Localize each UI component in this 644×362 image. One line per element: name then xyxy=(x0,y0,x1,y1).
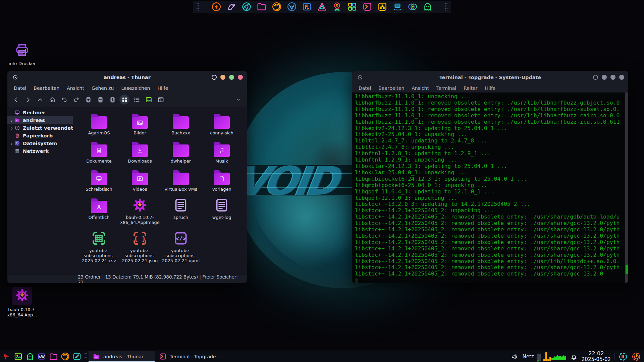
dock-drag-handle[interactable] xyxy=(445,3,448,11)
terminal-menu-reiter[interactable]: Reiter xyxy=(460,85,481,91)
sidebar-item-zuletzt-verwendet[interactable]: Zuletzt verwendet xyxy=(7,124,73,132)
expander-chevron-icon[interactable] xyxy=(9,141,14,145)
task-button-thunar-task[interactable]: andreas - Thunar xyxy=(89,351,155,362)
thunar-menu-ansicht[interactable]: Ansicht xyxy=(63,85,88,91)
terminal-scrollbar[interactable] xyxy=(625,93,628,283)
back-button[interactable] xyxy=(11,95,21,105)
file-item-schreibtisch[interactable]: Schreibtisch xyxy=(79,168,119,192)
file-item-agarimos[interactable]: AgarimOS xyxy=(79,112,119,136)
view-grid-button[interactable] xyxy=(119,95,129,105)
file-item-conny-sich[interactable]: conny-sich xyxy=(202,112,242,136)
maps-pin-icon[interactable] xyxy=(332,1,342,12)
file-item-bauh-0-10-7-x86-64-appimage[interactable]: bauh-0.10.7-x86_64.AppImage xyxy=(120,196,160,225)
brave-icon[interactable] xyxy=(211,1,222,12)
file-item-vorlagen[interactable]: Vorlagen xyxy=(202,168,242,192)
terminal-scrollbar-thumb[interactable] xyxy=(626,265,628,274)
network-label[interactable]: Netz xyxy=(523,354,534,360)
ghost-icon-button[interactable] xyxy=(25,352,35,362)
file-item-youtube-subscriptions-2025-02-21-opml[interactable]: </>youtube-subscriptions-2025-02-21.opml xyxy=(161,230,201,263)
undo-button[interactable] xyxy=(59,95,69,105)
zoom-original-button[interactable]: 1 xyxy=(107,95,117,105)
launcher-icon[interactable] xyxy=(1,352,11,362)
file-item-musik[interactable]: Musik xyxy=(202,140,242,164)
folder-pink-icon[interactable] xyxy=(256,1,267,12)
file-item-dokumente[interactable]: Dokumente xyxy=(79,140,119,164)
volume-icon[interactable] xyxy=(511,352,519,361)
file-item-youtube-subscriptions-2025-02-21-csv[interactable]: youtube-subscriptions-2025-02-21.csv xyxy=(79,230,119,263)
window-menu-icon[interactable] xyxy=(357,74,363,80)
task-button-terminal-task[interactable]: Terminal - Topgrade - ... xyxy=(155,351,229,362)
suspend-button[interactable] xyxy=(618,352,628,362)
desktop-icon-info-drucker[interactable]: info-Drucker xyxy=(4,42,40,66)
dock-drag-handle[interactable] xyxy=(196,3,199,11)
thunderbird-icon[interactable] xyxy=(286,1,297,12)
terminal-neon-icon[interactable] xyxy=(362,1,373,12)
home-button[interactable] xyxy=(47,95,57,105)
minimize-button[interactable] xyxy=(602,75,607,80)
terminal-menu-datei[interactable]: Datei xyxy=(355,85,375,91)
terminal-menu-hilfe[interactable]: Hilfe xyxy=(481,85,499,91)
window-menu-icon[interactable] xyxy=(12,74,18,80)
expander-chevron-icon[interactable] xyxy=(9,126,14,130)
sidebar-item-netzwerk[interactable]: Netzwerk xyxy=(7,147,73,155)
media-downloader-icon[interactable] xyxy=(407,1,418,12)
forward-button[interactable] xyxy=(23,95,33,105)
system-meters[interactable] xyxy=(537,352,566,362)
terminal-menu-terminal[interactable]: Terminal xyxy=(433,85,460,91)
up-button[interactable] xyxy=(35,95,45,105)
power-button[interactable] xyxy=(631,352,641,362)
file-item-spruch[interactable]: spruch xyxy=(161,196,201,225)
thunar-menu-hilfe[interactable]: Hilfe xyxy=(154,85,172,91)
file-item-videos[interactable]: Videos xyxy=(120,168,160,192)
maximize-button[interactable] xyxy=(229,75,234,80)
terminal-menu-ansicht[interactable]: Ansicht xyxy=(408,85,433,91)
shade-button[interactable] xyxy=(212,75,217,80)
file-item-youtube-subscriptions-2025-02-21-json[interactable]: { }youtube-subscriptions-2025-02-21.json xyxy=(120,230,160,263)
notifications-bell-icon[interactable] xyxy=(570,352,578,361)
workflow-icon[interactable] xyxy=(377,1,388,12)
maximize-button[interactable] xyxy=(610,75,615,80)
freetube-icon[interactable] xyxy=(302,1,312,12)
desktop-icon-bauh-appimage[interactable]: bauh-0.10.7-x86_64.App... xyxy=(4,287,40,317)
close-button[interactable] xyxy=(238,75,243,80)
close-button[interactable] xyxy=(619,75,624,80)
chromium-icon[interactable] xyxy=(241,1,252,12)
minimize-button[interactable] xyxy=(220,75,225,80)
falkon-icon[interactable] xyxy=(226,1,237,12)
firefox-icon-button[interactable] xyxy=(60,352,70,362)
file-item-wget-log[interactable]: wget-log xyxy=(202,196,242,225)
clock[interactable]: 22:02 2025-05-02 xyxy=(582,351,611,362)
shade-button[interactable] xyxy=(593,75,598,80)
toolbar-expander-button[interactable] xyxy=(233,95,244,105)
thunar-menu-bearbeiten[interactable]: Bearbeiten xyxy=(30,85,63,91)
file-item--ffentlich[interactable]: Öffentlich xyxy=(79,196,119,225)
sidebar-item-papierkorb[interactable]: Papierkorb xyxy=(7,132,73,139)
firefox-icon[interactable] xyxy=(271,1,282,12)
app-grid-icon[interactable] xyxy=(347,1,358,12)
wallpaper-button[interactable] xyxy=(144,95,154,105)
redo-button[interactable] xyxy=(71,95,81,105)
view-list-button[interactable] xyxy=(131,95,142,105)
taskbar-grip[interactable] xyxy=(85,353,87,360)
view-columns-button[interactable] xyxy=(156,95,166,105)
terminal-titlebar[interactable]: Terminal - Topgrade - System-Update xyxy=(352,71,628,83)
file-item-dwhelper[interactable]: dwhelper xyxy=(161,140,201,164)
terminal-output[interactable]: libharfbuzz-11.1.0_1: unpacking ...libha… xyxy=(352,93,628,283)
sidebar-item-andreas[interactable]: andreas xyxy=(7,116,73,124)
sidebar-item-dateisystem[interactable]: Dateisystem xyxy=(7,139,73,147)
expander-chevron-icon[interactable] xyxy=(9,118,14,122)
thunar-menu-gehen-zu[interactable]: Gehen zu xyxy=(88,85,118,91)
file-item-virtualbox-vms[interactable]: VirtualBox VMs xyxy=(161,168,201,192)
sidebar-item-rechner[interactable]: Rechner xyxy=(7,109,73,116)
folder-pink-icon-button[interactable] xyxy=(48,352,58,362)
money-w-icon-button[interactable]: $W xyxy=(37,352,47,362)
editor-icon-button[interactable] xyxy=(72,352,82,362)
zoom-out-button[interactable] xyxy=(95,95,105,105)
appimage-icon[interactable] xyxy=(317,1,327,12)
thunar-menu-datei[interactable]: Datei xyxy=(10,85,30,91)
file-item-downloads[interactable]: Downloads xyxy=(120,140,160,164)
zoom-in-button[interactable] xyxy=(83,95,93,105)
file-item-bilder[interactable]: Bilder xyxy=(120,112,160,136)
gallery-icon-button[interactable] xyxy=(13,352,23,362)
ghost-icon[interactable] xyxy=(422,1,433,12)
